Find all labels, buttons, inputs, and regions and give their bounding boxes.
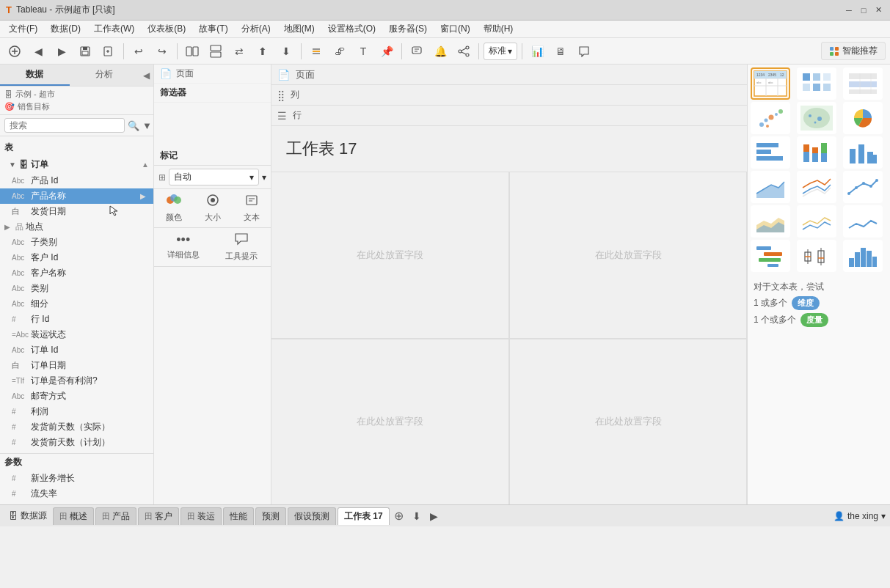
tab-data[interactable]: 数据	[0, 65, 70, 86]
field-row-id[interactable]: # 行 Id	[0, 312, 153, 327]
addsheet-btn[interactable]	[98, 41, 119, 62]
chart-box-plot[interactable]	[797, 240, 836, 272]
field-location-group[interactable]: ▶ 品 地点	[0, 219, 153, 235]
field-product-name[interactable]: Abc 产品名称 ▶	[0, 188, 153, 204]
chart-gantt[interactable]	[751, 240, 790, 272]
field-arrow-icon[interactable]: ▶	[140, 192, 146, 200]
search-icon[interactable]: 🔍	[128, 120, 139, 131]
tab-analysis[interactable]: 分析	[70, 65, 139, 86]
marks-text-btn[interactable]: 文本	[232, 189, 271, 227]
menu-map[interactable]: 地图(M)	[278, 21, 321, 37]
tab-products[interactable]: 田 产品	[95, 507, 136, 525]
field-ship-status[interactable]: =Abc 装运状态	[0, 327, 153, 342]
marks-tooltip-btn[interactable]: 工具提示	[213, 228, 271, 266]
marks-color-btn[interactable]: 颜色	[154, 189, 193, 227]
redo-btn[interactable]: ↪	[152, 41, 172, 62]
show-rows-btn[interactable]	[205, 41, 226, 62]
swap-btn[interactable]: ⇄	[229, 41, 249, 62]
page-drop-zone[interactable]	[324, 67, 741, 83]
chart-discrete-area[interactable]	[751, 205, 790, 238]
field-ship-days-actual[interactable]: # 发货前天数（实际）	[0, 419, 153, 435]
filter-drop-area[interactable]	[154, 103, 271, 147]
marks-size-btn[interactable]: 大小	[193, 189, 232, 227]
menu-help[interactable]: 帮助(H)	[478, 21, 519, 37]
share-btn[interactable]	[453, 41, 474, 62]
view-mode-dropdown[interactable]: 标准 ▾	[484, 43, 517, 60]
marks-detail-btn[interactable]: ••• 详细信息	[154, 228, 213, 266]
forward-btn[interactable]: ▶	[51, 41, 72, 62]
field-customer-id[interactable]: Abc 客户 Id	[0, 250, 153, 265]
chart-discrete-line[interactable]	[843, 205, 883, 238]
location-expand-icon[interactable]: ▶	[4, 223, 13, 231]
sheet-right-btn[interactable]: ▶	[426, 508, 442, 524]
field-product-id[interactable]: Abc 产品 Id	[0, 173, 153, 188]
tab-worksheet17[interactable]: 工作表 17	[338, 507, 390, 525]
sort-asc-btn[interactable]: ⬆	[252, 41, 273, 62]
field-category[interactable]: Abc 类别	[0, 281, 153, 296]
menu-file[interactable]: 文件(F)	[3, 21, 43, 37]
row-drop-zone[interactable]	[321, 108, 741, 124]
sheet-list-btn[interactable]: ⬇	[409, 508, 425, 524]
format-btn[interactable]: 🖇	[329, 41, 350, 62]
menu-data[interactable]: 数据(D)	[45, 21, 87, 37]
order-expand-icon[interactable]: ▼	[9, 161, 16, 169]
tooltip-btn[interactable]	[406, 41, 427, 62]
menu-format[interactable]: 设置格式(O)	[322, 21, 382, 37]
close-btn[interactable]: ✕	[872, 4, 884, 16]
field-ship-mode[interactable]: Abc 邮寄方式	[0, 389, 153, 404]
comment-btn[interactable]	[574, 41, 594, 62]
menu-dashboard[interactable]: 仪表板(B)	[142, 21, 192, 37]
pin-btn[interactable]: 📌	[376, 41, 397, 62]
field-segment[interactable]: Abc 细分	[0, 296, 153, 312]
order-group-header[interactable]: ▼ 🗄 订单 ▲	[0, 156, 153, 173]
label-btn[interactable]	[306, 41, 327, 62]
chart-stacked-bar[interactable]	[797, 136, 836, 169]
field-order-date[interactable]: 白 订单日期	[0, 358, 153, 373]
smart-recommend-btn[interactable]: 智能推荐	[821, 42, 886, 60]
canvas-cell-br[interactable]: 在此处放置字段	[509, 339, 747, 505]
menu-window[interactable]: 窗口(N)	[434, 21, 476, 37]
fix-btn[interactable]: T	[353, 41, 373, 62]
chart-type-btn[interactable]: 📊	[527, 41, 547, 62]
maximize-btn[interactable]: □	[858, 4, 869, 16]
field-customer-name[interactable]: Abc 客户名称	[0, 265, 153, 281]
field-ship-days-plan[interactable]: # 发货前天数（计划）	[0, 435, 153, 450]
back-btn[interactable]: ◀	[28, 41, 48, 62]
minimize-btn[interactable]: ─	[843, 4, 855, 16]
canvas-cell-tl[interactable]: 在此处放置字段	[271, 172, 509, 339]
chart-horiz-bar[interactable]	[751, 136, 790, 169]
window-controls[interactable]: ─ □ ✕	[843, 4, 884, 16]
chart-discrete-dual-line[interactable]	[797, 205, 836, 238]
menu-analysis[interactable]: 分析(A)	[236, 21, 277, 37]
marks-type-dropdown[interactable]: 自动 ▾	[169, 169, 259, 185]
tab-hypothetical[interactable]: 假设预测	[288, 507, 336, 525]
new-datasource-btn[interactable]	[4, 41, 25, 62]
menu-story[interactable]: 故事(T)	[193, 21, 233, 37]
show-cols-btn[interactable]	[182, 41, 203, 62]
field-churn-rate[interactable]: # 流失率	[0, 486, 153, 501]
tab-forecast[interactable]: 预测	[255, 507, 286, 525]
chart-histogram[interactable]	[843, 240, 883, 272]
chart-text-table[interactable]: 1234 2345 12 abc abc	[751, 67, 790, 100]
collapse-panel-btn[interactable]: ◀	[139, 65, 153, 86]
field-subcategory[interactable]: Abc 子类别	[0, 235, 153, 250]
datasource-tab[interactable]: 🗄 数据源	[4, 508, 51, 523]
sort-desc-btn[interactable]: ⬇	[276, 41, 296, 62]
tab-overview[interactable]: 田 概述	[53, 507, 94, 525]
scroll-up-icon[interactable]: ▲	[142, 161, 149, 169]
tab-performance[interactable]: 性能	[223, 507, 254, 525]
search-input[interactable]	[4, 118, 125, 133]
tab-customers[interactable]: 田 客户	[138, 507, 179, 525]
add-sheet-btn[interactable]: ⊕	[391, 508, 407, 524]
field-new-biz-growth[interactable]: # 新业务增长	[0, 471, 153, 486]
canvas-cell-bl[interactable]: 在此处放置字段	[271, 339, 509, 505]
chart-area[interactable]	[751, 171, 790, 203]
chart-scatter[interactable]	[751, 102, 790, 134]
chart-heat-map[interactable]	[797, 67, 836, 100]
field-profit[interactable]: # 利润	[0, 404, 153, 419]
field-order-id[interactable]: Abc 订单 Id	[0, 342, 153, 358]
field-ship-date[interactable]: 白 发货日期	[0, 204, 153, 219]
chart-map[interactable]	[797, 102, 836, 134]
alert-btn[interactable]: 🔔	[430, 41, 451, 62]
undo-btn[interactable]: ↩	[128, 41, 149, 62]
